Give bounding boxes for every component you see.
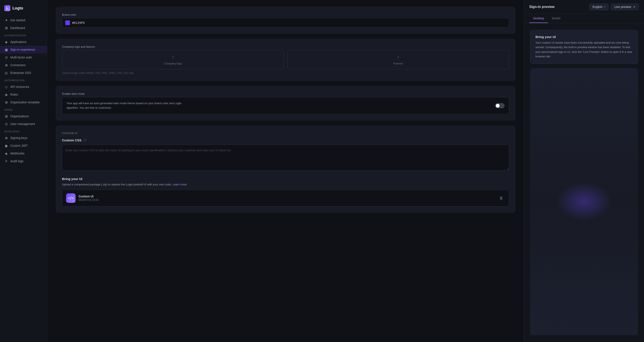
sidebar: L Logto ✦Get started⊞DashboardAuthentica… <box>0 0 47 342</box>
preview-content: Bring your UI Your custom UI assets have… <box>524 23 644 342</box>
dark-mode-toggle[interactable] <box>495 103 504 108</box>
sidebar-icon-get-started: ✦ <box>4 18 8 22</box>
sidebar-item-multi-factor-auth[interactable]: ⊙Multi-factor auth <box>0 54 47 61</box>
sidebar-item-organization-template[interactable]: ⊗Organization template <box>0 98 47 106</box>
sidebar-section-authorization: Authorization <box>0 77 47 83</box>
sidebar-icon-user-management: ⊙ <box>4 122 8 126</box>
preview-glow-area <box>530 68 638 335</box>
favicon-upload[interactable]: ↑ Favicon <box>287 50 509 69</box>
color-swatch <box>65 21 70 25</box>
sidebar-icon-dashboard: ⊞ <box>4 26 8 30</box>
sidebar-section-users: Users <box>0 106 47 112</box>
bring-ui-title: Bring your UI <box>62 177 509 181</box>
preview-msg-title: Bring your UI <box>536 35 633 39</box>
sidebar-label-roles: Roles <box>10 93 18 96</box>
tab-mobile[interactable]: Mobile <box>548 14 564 23</box>
sidebar-label-signing-keys: Signing keys <box>10 136 27 140</box>
delete-custom-ui-button[interactable]: 🗑 <box>498 195 505 202</box>
upload-icon: ↑ <box>172 55 174 60</box>
dark-mode-label: Enable dark mode <box>62 92 509 95</box>
sidebar-label-sign-in-experience: Sign-in experience <box>10 48 35 51</box>
sidebar-icon-multi-factor-auth: ⊙ <box>4 55 8 59</box>
sidebar-item-get-started[interactable]: ✦Get started <box>0 16 47 24</box>
custom-css-title: Custom CSS <box>62 138 82 142</box>
sidebar-item-applications[interactable]: ◈Applications <box>0 38 47 46</box>
dark-mode-description: Your app will have an auto-generated dar… <box>66 101 187 110</box>
favicon-label: Favicon <box>393 62 403 65</box>
sidebar-item-dashboard[interactable]: ⊞Dashboard <box>0 24 47 32</box>
brand-color-label: Brand color <box>62 13 509 16</box>
custom-ui-section-label: CUSTOM UI <box>62 132 509 134</box>
preview-glow <box>556 182 612 221</box>
sidebar-label-user-management: User management <box>10 122 35 126</box>
sidebar-label-enterprise-sso: Enterprise SSO <box>10 71 31 75</box>
sidebar-label-applications: Applications <box>10 40 26 44</box>
sidebar-label-api-resources: API resources <box>10 85 29 89</box>
preview-header: Sign-in preview English ▾ Live preview ↗ <box>524 0 644 14</box>
custom-ui-section: CUSTOM UI Custom CSS i Bring your UI Upl… <box>56 126 515 213</box>
brand-color-section: Brand color #6139F6 <box>56 7 515 34</box>
sidebar-label-organizations: Organizations <box>10 114 29 118</box>
learn-more-link[interactable]: Learn more <box>172 183 187 186</box>
sidebar-label-audit-logs: Audit logs <box>10 159 24 163</box>
sidebar-item-enterprise-sso[interactable]: ◎Enterprise SSO <box>0 69 47 77</box>
logo-favicon-section: Company logo and favicon ↑ Company logo … <box>56 39 515 81</box>
sidebar-label-webhooks: Webhooks <box>10 152 24 155</box>
tab-desktop[interactable]: Desktop <box>529 14 548 23</box>
sidebar-item-api-resources[interactable]: ◇API resources <box>0 83 47 91</box>
sidebar-item-audit-logs[interactable]: ≡Audit logs <box>0 157 47 165</box>
sidebar-icon-roles: ◈ <box>4 93 8 96</box>
sidebar-icon-applications: ◈ <box>4 40 8 44</box>
sidebar-icon-custom-jwt: ◉ <box>4 144 8 147</box>
sidebar-item-signing-keys[interactable]: ⊕Signing keys <box>0 134 47 142</box>
upload-icon-2: ↑ <box>397 55 400 60</box>
sidebar-icon-signing-keys: ⊕ <box>4 136 8 140</box>
external-link-icon: ↗ <box>633 5 635 9</box>
sidebar-icon-sign-in-experience: ▣ <box>4 48 8 52</box>
company-logo-label: Company logo <box>164 62 182 65</box>
sidebar-icon-webhooks: ◈ <box>4 151 8 155</box>
sidebar-item-webhooks[interactable]: ◈Webhooks <box>0 149 47 157</box>
sidebar-icon-api-resources: ◇ <box>4 85 8 89</box>
language-dropdown[interactable]: English ▾ <box>589 4 608 10</box>
custom-css-textarea[interactable] <box>62 144 509 170</box>
preview-header-right: English ▾ Live preview ↗ <box>589 4 639 10</box>
info-icon[interactable]: i <box>83 138 87 142</box>
logo-favicon-label: Company logo and favicon <box>62 45 509 48</box>
color-value: #6139F6 <box>72 21 85 25</box>
sidebar-item-sign-in-experience[interactable]: ▣Sign-in experience <box>0 46 47 54</box>
sidebar-icon-audit-logs: ≡ <box>4 159 8 163</box>
toggle-knob <box>496 104 500 108</box>
sidebar-item-organizations[interactable]: ⊞Organizations <box>0 112 47 120</box>
sidebar-item-roles[interactable]: ◈Roles <box>0 91 47 98</box>
sidebar-icon-enterprise-sso: ◎ <box>4 71 8 75</box>
sidebar-label-organization-template: Organization template <box>10 101 40 104</box>
company-logo-upload[interactable]: ↑ Company logo <box>62 50 284 69</box>
upload-hint: Upload image under 500KB, SVG, PNG, JPEG… <box>62 72 509 75</box>
dark-mode-section: Enable dark mode Your app will have an a… <box>56 86 515 120</box>
sidebar-label-connectors: Connectors <box>10 63 26 67</box>
dark-mode-row: Your app will have an auto-generated dar… <box>62 97 509 114</box>
sidebar-section-developer: Developer <box>0 128 47 134</box>
custom-ui-date: 2024/07/23 15:54 <box>78 199 495 202</box>
custom-css-header: Custom CSS i <box>62 138 509 142</box>
sidebar-item-user-management[interactable]: ⊙User management <box>0 120 47 128</box>
bring-ui-desc: Upload a compressed package (.zip) to re… <box>62 182 509 187</box>
main-content: Brand color #6139F6 Company logo and fav… <box>47 0 524 342</box>
sidebar-icon-organizations: ⊞ <box>4 114 8 118</box>
main-area: Brand color #6139F6 Company logo and fav… <box>47 0 524 342</box>
bring-ui-container: Bring your UI Upload a compressed packag… <box>62 177 509 207</box>
color-input-row[interactable]: #6139F6 <box>62 18 509 28</box>
sidebar-label-multi-factor-auth: Multi-factor auth <box>10 56 32 59</box>
sidebar-item-custom-jwt[interactable]: ◉Custom JWT <box>0 142 47 149</box>
logo-text: Logto <box>12 6 23 11</box>
preview-msg-text: Your custom UI assets have been successf… <box>536 40 633 59</box>
sidebar-item-connectors[interactable]: ⊕Connectors <box>0 61 47 69</box>
preview-title: Sign-in preview <box>529 5 554 9</box>
sidebar-logo: L Logto <box>0 4 47 16</box>
dropdown-chevron: ▾ <box>604 5 606 8</box>
live-preview-button[interactable]: Live preview ↗ <box>611 4 639 10</box>
custom-ui-icon: </> <box>66 193 76 203</box>
custom-ui-info: Custom UI 2024/07/23 15:54 <box>78 195 495 202</box>
preview-tabs: Desktop Mobile <box>524 14 644 23</box>
